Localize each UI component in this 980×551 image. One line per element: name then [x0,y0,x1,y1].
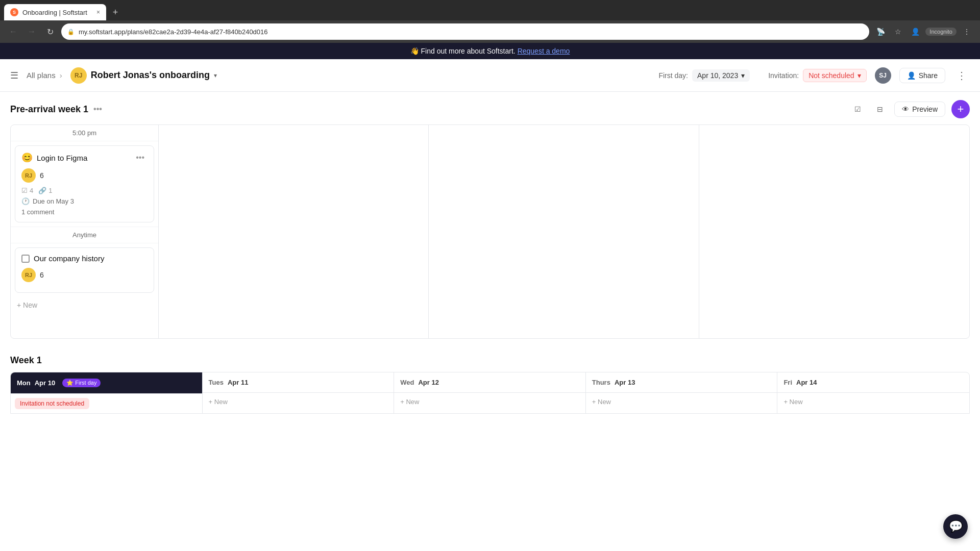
tab-bar: S Onboarding | Softstart × + [0,0,980,20]
invitation-pill[interactable]: Invitation not scheduled [15,398,89,409]
task-meta: RJ 6 [21,168,148,183]
wednesday-date: Apr 12 [418,379,438,386]
week-col-friday: Fri Apr 14 + New [777,372,969,413]
main-content: Pre-arrival week 1 ••• ☑ ⊟ 👁 Preview + 5… [0,92,980,414]
browser-chrome: S Onboarding | Softstart × + ← → ↻ 🔒 my.… [0,0,980,43]
favicon: S [10,8,18,16]
first-day-date-button[interactable]: Apr 10, 2023 ▾ [692,69,750,82]
wednesday-day-name: Wed [400,379,414,386]
tuesday-day-row: Tues Apr 11 [209,379,388,386]
browser-menu-icon[interactable]: ⋮ [960,24,974,39]
section-options-dots[interactable]: ••• [93,105,102,114]
user-avatar[interactable]: SJ [875,67,891,84]
announcement-text: 👋 Find out more about Softstart. [410,47,516,55]
hamburger-menu[interactable]: ☰ [10,70,18,81]
task-menu-button[interactable]: ••• [133,152,148,163]
task2-meta: RJ 6 [21,268,148,282]
incognito-badge[interactable]: Incognito [925,28,957,36]
monday-day-name: Mon [17,379,31,387]
wednesday-add-button[interactable]: + New [394,393,585,411]
week-col-monday: Mon Apr 10 ⭐ First day Invitation not sc… [11,372,203,413]
back-button[interactable]: ← [6,24,20,39]
new-item-button[interactable]: + New [11,297,158,313]
share-icon: 👤 [907,71,916,80]
preview-eye-icon: 👁 [902,105,909,113]
first-day-section: First day: Apr 10, 2023 ▾ [658,69,750,82]
week-col-thursday: Thurs Apr 13 + New [586,372,778,413]
address-bar[interactable]: 🔒 my.softstart.app/plans/e82cae2a-2d39-4… [61,23,869,40]
refresh-button[interactable]: ↻ [43,24,57,39]
task-emoji: 😊 [21,152,33,163]
week1-title: Week 1 [10,351,970,372]
wednesday-day-row: Wed Apr 12 [400,379,579,386]
not-scheduled-text: Not scheduled [808,71,854,80]
preview-label: Preview [912,105,938,113]
first-day-label: First day: [658,71,688,80]
due-date-text: Due on May 3 [33,197,74,205]
section-actions: ☑ ⊟ 👁 Preview + [849,100,970,118]
thursday-date: Apr 13 [615,379,635,386]
calendar-col-1: 5:00 pm 😊 Login to Figma ••• RJ 6 ☑ 4 🔗 … [11,125,159,338]
checkbox-action-button[interactable]: ☑ [849,101,866,117]
new-tab-button[interactable]: + [108,5,122,19]
active-tab[interactable]: S Onboarding | Softstart × [4,4,106,20]
breadcrumb: All plans › [27,71,62,80]
tuesday-date: Apr 11 [228,379,248,386]
tuesday-add-button[interactable]: + New [203,393,394,411]
calendar-col-2 [159,125,429,338]
checkbox-count: ☑ 4 [21,187,33,194]
profile-icon[interactable]: 👤 [908,24,922,39]
invitation-label: Invitation: [768,71,799,80]
task-card-company-history[interactable]: Our company history RJ 6 [15,247,154,293]
thursday-add-button[interactable]: + New [586,393,777,411]
thursday-header: Thurs Apr 13 [586,372,777,393]
lock-icon: 🔒 [67,29,75,35]
friday-header: Fri Apr 14 [777,372,969,393]
plan-title: Robert Jonas's onboarding [91,70,210,81]
not-scheduled-arrow: ▾ [857,71,861,80]
week1-grid: Mon Apr 10 ⭐ First day Invitation not sc… [10,372,970,414]
bookmark-icon[interactable]: ☆ [891,24,905,39]
not-scheduled-button[interactable]: Not scheduled ▾ [803,69,867,82]
more-options-button[interactable]: ⋮ [953,67,970,84]
forward-button[interactable]: → [24,24,39,39]
sliders-action-button[interactable]: ⊟ [872,101,888,117]
clock-icon: 🕐 [21,197,30,205]
add-item-button[interactable]: + [951,100,970,118]
task-title: Login to Figma [37,154,87,162]
task-card-figma[interactable]: 😊 Login to Figma ••• RJ 6 ☑ 4 🔗 1 🕐 Due … [15,145,154,222]
task2-user-avatar: RJ [21,268,36,282]
anytime-label: Anytime [11,227,158,243]
monday-day-row: Mon Apr 10 ⭐ First day [17,379,196,387]
monday-header: Mon Apr 10 ⭐ First day [11,372,202,394]
week-col-wednesday: Wed Apr 12 + New [394,372,586,413]
thursday-day-name: Thurs [592,379,610,386]
calendar-col-3 [429,125,699,338]
monday-date: Apr 10 [35,379,55,387]
plan-title-area: RJ Robert Jonas's onboarding ▾ [70,67,217,84]
friday-date: Apr 14 [796,379,817,386]
calendar-grid: 5:00 pm 😊 Login to Figma ••• RJ 6 ☑ 4 🔗 … [10,124,970,339]
demo-link[interactable]: Request a demo [518,47,570,55]
app-header: ☰ All plans › RJ Robert Jonas's onboardi… [0,59,980,92]
week-col-tuesday: Tues Apr 11 + New [203,372,395,413]
task-card-header: 😊 Login to Figma ••• [21,152,148,163]
cast-icon[interactable]: 📡 [873,24,888,39]
all-plans-link[interactable]: All plans [27,71,56,80]
task-user-avatar: RJ [21,168,36,183]
time-label: 5:00 pm [11,125,158,141]
tuesday-header: Tues Apr 11 [203,372,394,393]
friday-add-button[interactable]: + New [777,393,969,411]
share-button[interactable]: 👤 Share [899,68,945,83]
task-icons: ☑ 4 🔗 1 [21,187,148,194]
week1-section: Week 1 Mon Apr 10 ⭐ First day Invitation… [10,351,970,414]
plan-title-dropdown[interactable]: ▾ [214,72,217,79]
url-text: my.softstart.app/plans/e82cae2a-2d39-4e4… [79,28,863,36]
preview-button[interactable]: 👁 Preview [894,102,945,117]
close-tab-icon[interactable]: × [96,9,100,16]
task2-count: 6 [40,271,44,279]
invitation-section: Invitation: Not scheduled ▾ [768,69,866,82]
section-title: Pre-arrival week 1 ••• [10,104,102,115]
task-title-row: 😊 Login to Figma [21,152,87,163]
first-day-date-text: Apr 10, 2023 [697,71,738,80]
